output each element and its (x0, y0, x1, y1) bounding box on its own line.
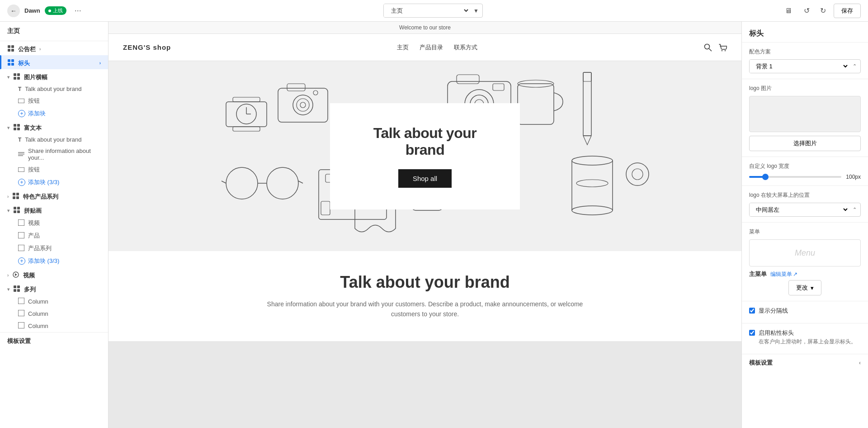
sidebar-section-announcement[interactable]: 公告栏 › (0, 41, 108, 55)
nav-link-contact[interactable]: 联系方式 (454, 43, 477, 52)
svg-rect-67 (583, 72, 591, 81)
status-dot (48, 10, 51, 12)
page-selector-wrap: 主页 产品页 ▼ (383, 4, 483, 18)
sidebar-child-column-1[interactable]: Column (0, 295, 108, 308)
menu-edit-link[interactable]: 编辑菜单 ↗ (770, 271, 797, 278)
plus-icon-1: + (18, 110, 25, 117)
logo-width-value: 100px (845, 174, 861, 180)
grid-icon-featured (12, 192, 19, 201)
store-name: Dawn (24, 7, 40, 14)
save-button[interactable]: 保存 (834, 4, 861, 18)
sidebar-section-rich-text[interactable]: ▾ 富文本 (0, 120, 108, 134)
svg-rect-26 (17, 207, 20, 209)
back-button[interactable]: ← (7, 5, 20, 17)
svg-point-68 (226, 167, 258, 199)
sidebar-child-column-3[interactable]: Column (0, 320, 108, 332)
sidebar-add-block-3[interactable]: + 添加块 (3/3) (0, 255, 108, 267)
hero-section: Talk about your brand Shop all (108, 61, 741, 251)
sidebar-child-brand-text-1[interactable]: T Talk about your brand (0, 83, 108, 95)
svg-rect-35 (17, 285, 20, 288)
svg-point-41 (705, 44, 710, 49)
svg-rect-4 (8, 59, 10, 62)
sidebar-section-collage[interactable]: ▾ 拼贴画 (0, 203, 108, 217)
sidebar-child-button-2[interactable]: 按钮 (0, 163, 108, 176)
svg-rect-15 (14, 128, 16, 130)
more-dropdown-button[interactable]: 更改 ▾ (788, 280, 821, 295)
body-section: Talk about your brand Share information … (108, 251, 741, 341)
sidebar-footer-template-settings[interactable]: 模板设置 (0, 332, 108, 350)
more-button[interactable]: ··· (71, 4, 85, 17)
svg-point-44 (725, 50, 726, 51)
svg-line-42 (709, 48, 712, 51)
preview-frame: Welcome to our store ZENG'S shop 主页 产品目录… (108, 22, 741, 341)
active-indicator (0, 55, 1, 69)
store-nav-icons (703, 43, 727, 52)
sidebar-section-multicolumn[interactable]: ▾ 多列 (0, 281, 108, 295)
svg-rect-28 (17, 210, 20, 213)
sidebar-child-share-info[interactable]: Share information about your... (0, 145, 108, 163)
svg-rect-37 (17, 289, 20, 292)
color-scheme-select[interactable]: 背景 1 背景 2 背景 3 (750, 60, 849, 73)
cart-icon[interactable] (718, 43, 727, 52)
sidebar-child-product[interactable]: 产品 (0, 229, 108, 242)
plus-icon-3: + (18, 257, 25, 265)
template-settings-row[interactable]: 模板设置 ‹ (742, 354, 868, 371)
menu-title-row: 主菜单 编辑菜单 ↗ (749, 270, 861, 278)
panel-sticky-header: 启用粘性标头 在客户向上滑动时，屏幕上会显示标头。 (742, 323, 868, 354)
sidebar-add-block-1[interactable]: + 添加块 (0, 107, 108, 120)
svg-rect-9 (17, 73, 20, 76)
rect-icon-2 (18, 166, 24, 173)
sidebar-child-column-2[interactable]: Column (0, 308, 108, 320)
sidebar-section-header[interactable]: 标头 › (0, 55, 108, 69)
select-image-button[interactable]: 选择图片 (749, 136, 861, 151)
svg-rect-46 (233, 97, 260, 102)
chevron-down-icon-collage: ▾ (7, 208, 9, 213)
sticky-header-text: 启用粘性标头 在客户向上滑动时，屏幕上会显示标头。 (759, 329, 856, 346)
sticky-header-checkbox[interactable] (749, 330, 755, 336)
svg-point-54 (297, 99, 309, 111)
color-scheme-arrow-icon: ⌃ (849, 63, 860, 69)
show-divider-checkbox[interactable] (749, 308, 755, 314)
top-bar-center: 主页 产品页 ▼ (90, 4, 776, 18)
svg-rect-78 (321, 201, 330, 215)
status-badge: 上线 (45, 6, 66, 15)
color-scheme-select-wrap: 背景 1 背景 2 背景 3 ⌃ (749, 59, 861, 73)
sidebar-child-button-1[interactable]: 按钮 (0, 95, 108, 107)
logo-position-select[interactable]: 中间居左 左侧 居中 (750, 203, 849, 216)
sidebar-add-block-2[interactable]: + 添加块 (3/3) (0, 176, 108, 189)
template-settings-label: 模板设置 (749, 359, 773, 367)
panel-logo: logo 图片 选择图片 (742, 79, 868, 157)
svg-rect-13 (14, 124, 16, 127)
show-divider-label: 显示分隔线 (759, 307, 788, 315)
sidebar-child-brand-text-2[interactable]: T Talk about your brand (0, 134, 108, 145)
chevron-right-icon-video: › (7, 273, 9, 278)
svg-rect-36 (14, 289, 16, 292)
sidebar-child-video[interactable]: 视频 (0, 217, 108, 229)
sidebar-section-video[interactable]: › 视频 (0, 267, 108, 281)
logo-position-label: logo 在较大屏幕上的位置 (749, 191, 861, 199)
hero-shop-all-button[interactable]: Shop all (398, 169, 452, 188)
logo-position-arrow-icon: ⌃ (849, 207, 860, 213)
svg-rect-20 (18, 167, 24, 172)
search-icon[interactable] (703, 43, 712, 52)
svg-rect-31 (18, 245, 24, 251)
grid-icon-announcement (7, 45, 14, 53)
page-selector[interactable]: 主页 产品页 (384, 4, 470, 17)
monitor-icon[interactable]: 🖥 (781, 4, 796, 18)
undo-button[interactable]: ↺ (799, 4, 814, 18)
svg-point-53 (293, 95, 313, 115)
panel-show-divider: 显示分隔线 (742, 301, 868, 323)
external-link-icon: ↗ (793, 271, 797, 277)
logo-width-slider[interactable] (749, 176, 841, 178)
nav-link-catalog[interactable]: 产品目录 (420, 43, 443, 52)
redo-button[interactable]: ↻ (816, 4, 830, 18)
sidebar-section-featured-collection[interactable]: › 特色产品系列 (0, 189, 108, 203)
sidebar-label-image-banner: 图片横幅 (24, 73, 47, 81)
sidebar-child-collection[interactable]: 产品系列 (0, 242, 108, 255)
square-icon-col2 (18, 310, 24, 318)
nav-link-home[interactable]: 主页 (397, 43, 409, 52)
sidebar-section-image-banner[interactable]: ▾ 图片横幅 (0, 69, 108, 83)
svg-rect-52 (287, 84, 305, 91)
top-bar-right: 🖥 ↺ ↻ 保存 (781, 4, 861, 18)
svg-rect-7 (11, 63, 14, 66)
